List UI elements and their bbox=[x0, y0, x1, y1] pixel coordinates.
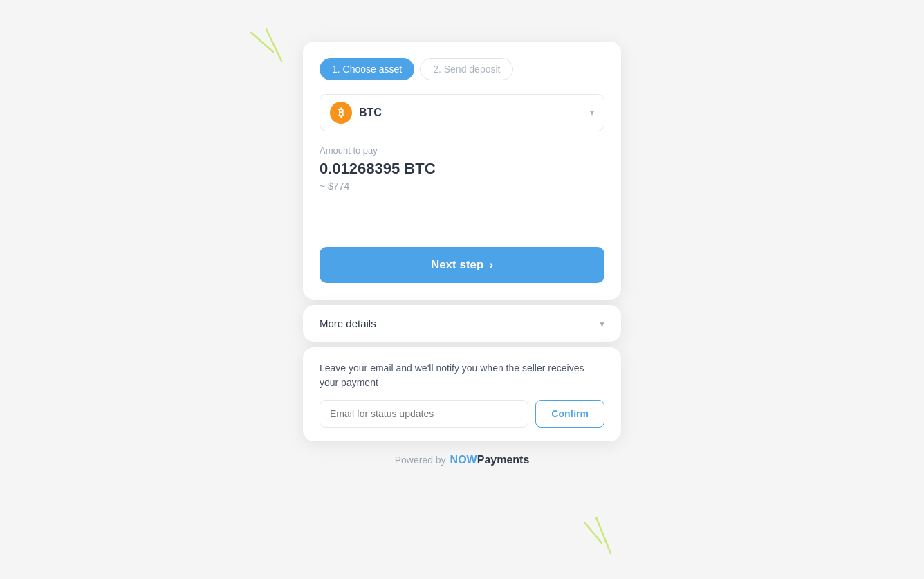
email-input-row: Confirm bbox=[320, 400, 604, 428]
currency-dropdown-arrow: ▾ bbox=[590, 108, 594, 118]
next-step-label: Next step bbox=[431, 258, 484, 272]
powered-by: Powered by NOWPayments bbox=[303, 454, 621, 466]
step-tabs: 1. Choose asset 2. Send deposit bbox=[320, 58, 604, 80]
svg-line-1 bbox=[266, 29, 281, 61]
email-notification-card: Leave your email and we'll notify you wh… bbox=[303, 347, 621, 441]
more-details-arrow: ▾ bbox=[600, 318, 604, 329]
tab-choose-asset[interactable]: 1. Choose asset bbox=[320, 58, 414, 80]
payment-card: 1. Choose asset 2. Send deposit ₿ BTC ▾ … bbox=[303, 42, 621, 300]
next-step-arrow: › bbox=[489, 258, 493, 272]
amount-section: Amount to pay 0.01268395 BTC ~ $774 bbox=[320, 145, 604, 192]
email-description: Leave your email and we'll notify you wh… bbox=[320, 361, 604, 390]
btc-icon: ₿ bbox=[330, 102, 352, 124]
amount-value: 0.01268395 BTC bbox=[320, 160, 604, 178]
svg-line-3 bbox=[596, 517, 611, 553]
confirm-button[interactable]: Confirm bbox=[535, 400, 604, 428]
svg-line-0 bbox=[251, 33, 273, 52]
powered-by-prefix: Powered by bbox=[395, 454, 446, 466]
svg-line-2 bbox=[584, 522, 602, 543]
amount-label: Amount to pay bbox=[320, 145, 604, 156]
logo-payments: Payments bbox=[477, 454, 530, 466]
more-details-card[interactable]: More details ▾ bbox=[303, 305, 621, 342]
currency-name: BTC bbox=[359, 107, 590, 119]
email-input[interactable] bbox=[320, 400, 528, 428]
currency-selector[interactable]: ₿ BTC ▾ bbox=[320, 94, 604, 131]
tab-send-deposit[interactable]: 2. Send deposit bbox=[420, 58, 513, 80]
btc-icon-text: ₿ bbox=[338, 107, 344, 119]
logo-now: NOW bbox=[450, 454, 477, 466]
next-step-button[interactable]: Next step › bbox=[320, 247, 604, 283]
amount-usd: ~ $774 bbox=[320, 181, 604, 192]
now-payments-logo: NOWPayments bbox=[450, 454, 530, 466]
more-details-label: More details bbox=[320, 318, 376, 329]
